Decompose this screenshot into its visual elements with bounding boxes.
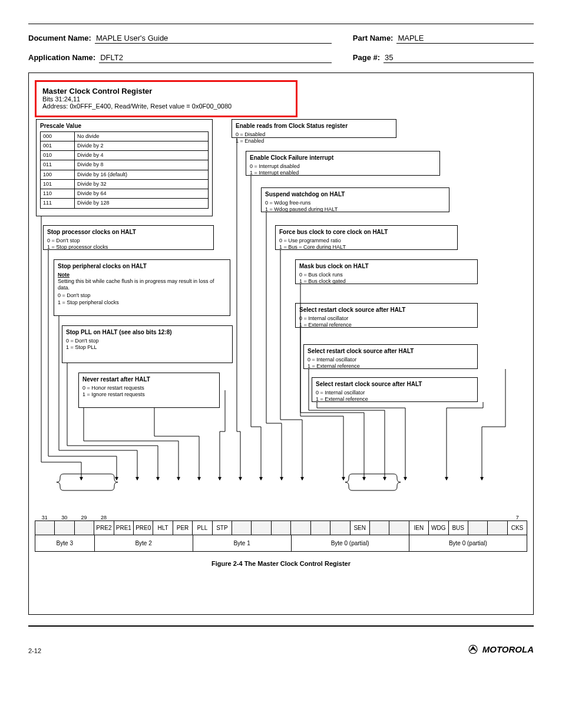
bit-cell	[330, 521, 349, 535]
cksrc3-val0: 0 = Internal oscillator	[316, 390, 474, 396]
haltproc-val1: 1 = Stop processor clocks	[47, 244, 210, 251]
cksrc1-box: Select restart clock source after HALT 0…	[295, 303, 478, 328]
sysen-title: Enable reads from Clock Status register	[236, 123, 392, 130]
figure-caption: Figure 2-4 The Master Clock Control Regi…	[35, 560, 527, 567]
bit-cell	[35, 521, 54, 535]
wdog-val0: 0 = Wdog free-runs	[265, 200, 445, 206]
app-name-value: DFLT2	[99, 53, 332, 63]
cksrc3-val1: 1 = External reference	[316, 396, 474, 403]
bit-cell: HLT	[153, 521, 172, 535]
bit-cell: PRE0	[133, 521, 153, 535]
bit-cell: PER	[173, 521, 192, 535]
bus13-title: Force bus clock to core clock on HALT	[279, 229, 454, 236]
bus12-val0: 0 = Bus clock runs	[299, 272, 474, 278]
cksrc1-val1: 1 = External reference	[299, 322, 474, 328]
bit-cell: STP	[212, 521, 232, 535]
pll-title: Stop PLL on HALT (see also bits 12:8)	[66, 329, 229, 337]
pll-val0: 0 = Don't stop	[66, 338, 229, 344]
byte-cell: Byte 0 (partial)	[291, 535, 409, 551]
part-name-value: MAPLE	[396, 34, 534, 44]
bit-cell: CKS	[507, 521, 527, 535]
periph-title: Stop peripheral clocks on HALT	[58, 263, 226, 271]
stop-val0: 0 = Honor restart requests	[82, 385, 216, 391]
register-title-box: Master Clock Control Register Bits 31:24…	[35, 80, 297, 117]
bus13-val0: 0 = Use programmed ratio	[279, 238, 454, 244]
periph-val0: 0 = Don't stop	[58, 292, 226, 299]
prescale-box: Prescale Value 000No divide001Divide by …	[36, 119, 213, 216]
cksrc2-box: Select restart clock source after HALT 0…	[303, 344, 478, 369]
motorola-logo-text: MOTOROLA	[482, 644, 534, 654]
inten-val1: 1 = Interrupt enabled	[250, 170, 436, 176]
byte-cell: Byte 0 (partial)	[409, 535, 527, 551]
prescale-title: Prescale Value	[40, 123, 209, 130]
cksrc2-title: Select restart clock source after HALT	[308, 348, 474, 355]
haltproc-title: Stop processor clocks on HALT	[47, 229, 210, 236]
app-name-label: Application Name:	[28, 53, 99, 62]
pll-box: Stop PLL on HALT (see also bits 12:8) 0 …	[62, 325, 233, 363]
register-addr-line: Address: 0x0FFF_E400, Read/Write, Reset …	[42, 103, 290, 110]
figure-frame: Master Clock Control Register Bits 31:24…	[28, 73, 534, 615]
bit-cell: BUS	[448, 521, 468, 535]
bit-cell	[290, 521, 310, 535]
bit-cell	[369, 521, 389, 535]
periph-box: Stop peripheral clocks on HALT Note Sett…	[54, 259, 230, 316]
cksrc1-title: Select restart clock source after HALT	[299, 307, 474, 314]
bit-cell: IEN	[409, 521, 428, 535]
periph-val1: 1 = Stop peripheral clocks	[58, 299, 226, 306]
wdog-title: Suspend watchdog on HALT	[265, 191, 445, 199]
sysen-val0: 0 = Disabled	[236, 131, 392, 138]
bit-cell: PLL	[192, 521, 211, 535]
bit-cell: PRE1	[114, 521, 133, 535]
bus13-val1: 1 = Bus = Core during HALT	[279, 244, 454, 251]
cksrc3-box: Select restart clock source after HALT 0…	[312, 377, 478, 402]
bit-cell: WDG	[428, 521, 448, 535]
bit-cell: PRE2	[94, 521, 113, 535]
bus12-title: Mask bus clock on HALT	[299, 263, 474, 271]
doc-header: Document Name: MAPLE User's Guide Applic…	[28, 31, 534, 65]
byte-cell: Byte 3	[35, 535, 94, 551]
bit-index-row: 313029287	[35, 515, 527, 521]
bit-cell	[271, 521, 290, 535]
cksrc3-title: Select restart clock source after HALT	[316, 381, 474, 388]
top-rule	[28, 24, 534, 24]
bit-cell	[310, 521, 330, 535]
periph-note-label: Note	[58, 272, 70, 278]
inten-val0: 0 = Interrupt disabled	[250, 163, 436, 170]
bit-cell	[54, 521, 74, 535]
bit-cell	[232, 521, 251, 535]
sysen-val1: 1 = Enabled	[236, 138, 392, 144]
haltproc-box: Stop processor clocks on HALT 0 = Don't …	[43, 225, 214, 250]
page-num-label: Page #:	[353, 53, 384, 62]
motorola-logo: MOTOROLA	[467, 644, 534, 654]
bus12-box: Mask bus clock on HALT 0 = Bus clock run…	[295, 259, 478, 284]
wdog-val1: 1 = Wdog paused during HALT	[265, 206, 445, 213]
bus12-val1: 1 = Bus clock gated	[299, 278, 474, 285]
bit-cell	[487, 521, 507, 535]
part-name-label: Part Name:	[353, 34, 397, 42]
cksrc2-val1: 1 = External reference	[308, 363, 474, 370]
stop-box: Never restart after HALT 0 = Honor resta…	[78, 373, 220, 408]
page-footer: 2-12 MOTOROLA	[28, 644, 534, 654]
bus13-box: Force bus clock to core clock on HALT 0 …	[275, 225, 458, 250]
inten-title: Enable Clock Failure interrupt	[250, 154, 436, 162]
byte-cell: Byte 1	[193, 535, 291, 551]
page-num-value: 35	[384, 53, 534, 63]
bit-cell	[251, 521, 270, 535]
byte-cell: Byte 2	[94, 535, 193, 551]
sysen-box: Enable reads from Clock Status register …	[232, 119, 396, 138]
doc-name-label: Document Name:	[28, 34, 95, 42]
footer-pagenum: 2-12	[28, 647, 41, 654]
bit-cell	[389, 521, 408, 535]
register-bits-line: Bits 31:24,11	[42, 95, 290, 103]
bit-cell	[468, 521, 487, 535]
doc-name-value: MAPLE User's Guide	[95, 34, 332, 44]
byte-label-row: Byte 3Byte 2Byte 1Byte 0 (partial)Byte 0…	[35, 535, 527, 552]
motorola-logo-icon	[467, 645, 479, 653]
bit-cell	[74, 521, 94, 535]
prescale-table: 000No divide001Divide by 2010Divide by 4…	[40, 131, 209, 209]
cksrc2-val0: 0 = Internal oscillator	[308, 357, 474, 363]
register-bitmap: 313029287 PRE2PRE1PRE0HLTPERPLLSTPSENIEN…	[35, 515, 527, 567]
bit-name-row: PRE2PRE1PRE0HLTPERPLLSTPSENIENWDGBUSCKS	[35, 521, 527, 535]
bit-cell: SEN	[350, 521, 369, 535]
footer-rule	[28, 625, 534, 627]
